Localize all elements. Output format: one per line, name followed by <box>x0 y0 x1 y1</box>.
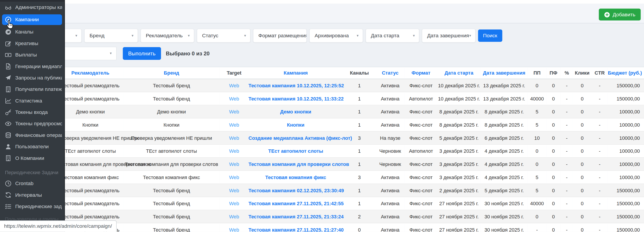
sidebar-item-user[interactable]: Пользователи <box>2 141 62 152</box>
sidebar-item-building[interactable]: Получатели платежей <box>2 84 62 95</box>
toolbar: Добавить <box>0 4 644 23</box>
column-header-advertiser[interactable]: Рекламодатель <box>58 67 123 79</box>
cell-budget: 10000,00 <box>608 157 644 171</box>
table-row: Тестовая комапния фиксТестовая комапния … <box>45 171 644 184</box>
cell-status: Активна <box>376 92 404 105</box>
cell-advertiser: Демо кнопки <box>58 105 123 118</box>
cell-campaign[interactable]: Демо кнопки <box>248 105 343 118</box>
cell-campaign[interactable]: Создание медиаплана Активна (фикс-лот) <box>248 131 343 144</box>
cell-date_start: 2 декабря 2025 г. <box>438 184 480 197</box>
cell-channels: 3 <box>343 171 376 184</box>
campaigns-table: РекламодательБрендTargetКампанияКаналыСт… <box>45 67 644 232</box>
cell-ctr: - <box>592 144 608 158</box>
sidebar-item-paper-plane[interactable]: Запросы на публикацию от <box>2 72 62 84</box>
cell-target[interactable]: Web <box>220 118 248 131</box>
filter-dropdown[interactable]: Статус▾ <box>197 29 250 42</box>
column-header-brand[interactable]: Бренд <box>123 67 220 79</box>
cell-target[interactable]: Web <box>220 184 248 197</box>
cell-ctr: - <box>592 79 608 92</box>
cell-pp: 0 <box>528 210 546 223</box>
sidebar-item-edit[interactable]: Креативы <box>2 38 62 49</box>
cell-status: Активна <box>376 210 404 223</box>
sidebar-item-chart-line[interactable]: Статистика <box>2 95 62 107</box>
cell-campaign[interactable]: Тестовая комапния фикс <box>248 171 343 184</box>
cell-target[interactable]: Web <box>220 79 248 92</box>
cell-ctr: - <box>592 184 608 197</box>
filter-dropdown[interactable]: Формат размещения▾ <box>253 29 307 42</box>
cell-budget: 10000,00 <box>608 131 644 144</box>
cell-date_end: 13 декабря 2025 г. <box>480 79 528 92</box>
sidebar-item-clock[interactable]: Crontab <box>2 178 62 189</box>
cell-budget: 150000,00 <box>608 197 644 210</box>
cell-campaign[interactable]: Тестовая компания для проверки слотов <box>248 157 343 171</box>
filter-dropdown[interactable]: Дата завершения▾ <box>422 29 476 42</box>
column-header-campaign[interactable]: Кампания <box>248 67 343 79</box>
table-row: Тестовый рекламодательТестовый брендWebТ… <box>45 197 644 210</box>
cell-target[interactable]: Web <box>220 92 248 105</box>
filter-dropdown[interactable]: Дата старта▾ <box>366 29 419 42</box>
add-button[interactable]: Добавить <box>599 9 641 20</box>
cell-budget: 150000,00 <box>608 210 644 223</box>
sidebar-item-building[interactable]: О Компании <box>2 152 62 164</box>
sidebar-item-file-excel[interactable]: Генерации медиапланов <box>2 61 62 72</box>
cell-pf: 0 <box>546 210 560 223</box>
cell-target[interactable]: Web <box>220 131 248 144</box>
filter-dropdown[interactable]: Архивирована▾ <box>309 29 363 42</box>
sidebar-item-list-check[interactable]: Периодические задачи <box>2 201 62 212</box>
money-icon <box>5 52 12 58</box>
cell-campaign[interactable]: Кнопки <box>248 118 343 131</box>
cell-date_start: 8 декабря 2025 г. <box>438 105 480 118</box>
cell-target[interactable]: Web <box>220 197 248 210</box>
chevron-down-icon: ▾ <box>356 34 358 37</box>
cell-clicks: 0 <box>573 210 592 223</box>
cell-campaign[interactable]: Тестовая кампания 27.11.2025, 21:42:55 <box>248 197 343 210</box>
cell-brand: Проверка уведомления НЕ пришли <box>123 131 220 144</box>
cell-advertiser: Проверка уведомления НЕ пришли <box>58 131 123 144</box>
filter-dropdown[interactable]: Рекламодатель▾ <box>140 29 194 42</box>
cell-target[interactable]: Web <box>220 144 248 158</box>
sidebar-item-key[interactable]: Токены входа <box>2 107 62 118</box>
sidebar-item-label: Каналы <box>15 29 33 35</box>
cell-campaign[interactable]: Тестовая кампания 27.11.2025, 21:27:40 <box>248 223 343 232</box>
cell-campaign[interactable]: ТЕст автопилот слоты <box>248 144 343 158</box>
filter-dropdown-label: Архивирована <box>314 33 349 39</box>
column-header-format[interactable]: Формат <box>404 67 438 79</box>
sidebar-item-coins[interactable]: Финансовые операции <box>2 129 62 141</box>
cell-pct: - <box>561 223 573 232</box>
sidebar-item-glasses[interactable]: Администраторы каналов <box>2 1 62 13</box>
chart-line-icon <box>5 98 12 104</box>
cell-target[interactable]: Web <box>220 210 248 223</box>
cell-target[interactable]: Web <box>220 223 248 232</box>
cell-campaign[interactable]: Тестовая кампания 02.12.2025, 23:30:49 <box>248 184 343 197</box>
cell-date_end: 4 декабря 2025 г. <box>480 171 528 184</box>
sidebar-item-sync[interactable]: Интервалы <box>2 189 62 201</box>
sidebar-item-eye[interactable]: Токены предпросмотра <box>2 118 62 129</box>
sidebar-item-money[interactable]: Выплаты <box>2 49 62 61</box>
column-header-target: Target <box>220 67 248 79</box>
column-header-budget[interactable]: Бюджет (руб.) <box>608 67 644 79</box>
cell-pct: - <box>561 184 573 197</box>
cell-target[interactable]: Web <box>220 157 248 171</box>
search-button[interactable]: Поиск <box>478 29 502 42</box>
column-header-date_end[interactable]: Дата завершения <box>480 67 528 79</box>
sidebar-item-label: Кампании <box>15 17 39 22</box>
cell-channels: 1 <box>343 184 376 197</box>
table-row: Тестовая компания для проверки слотовТес… <box>45 157 644 171</box>
cell-campaign[interactable]: Тестовая кампания 10.12.2025, 11:33:22 <box>248 92 343 105</box>
column-header-date_start[interactable]: Дата старта <box>438 67 480 79</box>
cell-campaign[interactable]: Тестовая кампания 10.12.2025, 12:25:52 <box>248 79 343 92</box>
table-row: Тестовый рекламодательТестовый брендWebТ… <box>45 223 644 232</box>
cell-brand: Тестовый бренд <box>123 210 220 223</box>
cell-campaign[interactable]: Тестовая кампания 27.11.2025, 21:33:24 <box>248 210 343 223</box>
run-button[interactable]: Выполнить <box>123 47 161 60</box>
table-row: Тестовый рекламодательТестовый брендWebТ… <box>45 92 644 105</box>
cell-target[interactable]: Web <box>220 171 248 184</box>
column-header-status[interactable]: Статус <box>376 67 404 79</box>
cell-ctr: - <box>592 118 608 131</box>
cell-date_start: 3 декабря 2025 г. <box>438 157 480 171</box>
filter-dropdown[interactable]: Бренд▾ <box>84 29 138 42</box>
cell-target[interactable]: Web <box>220 105 248 118</box>
cell-status: Активна <box>376 184 404 197</box>
filter-bar: ▾Бренд▾Рекламодатель▾Статус▾Формат разме… <box>28 29 644 42</box>
cell-status: Активна <box>376 79 404 92</box>
